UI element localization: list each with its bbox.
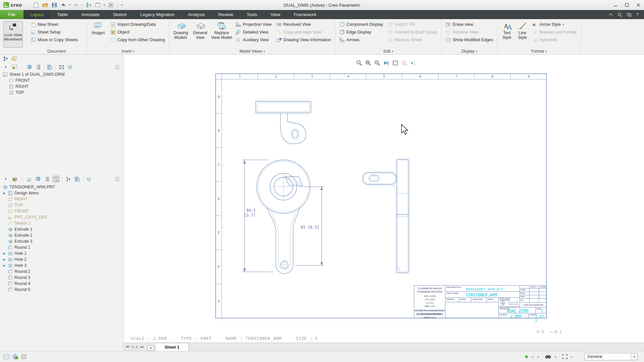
close-window-button[interactable] (107, 2, 114, 8)
model-tree-item-front-plane[interactable]: FRONT (0, 208, 123, 214)
model-tree-item-hole1[interactable]: ▶Hole 1 (0, 250, 123, 256)
model-tree-item-extrude2[interactable]: Extrude 2 (0, 232, 123, 238)
tab-legacy-migration[interactable]: Legacy Migration (133, 10, 181, 19)
tab-view[interactable]: View (264, 10, 287, 19)
images-button[interactable]: Images (90, 20, 107, 48)
redo-menu-caret[interactable] (82, 3, 83, 6)
general-view-button[interactable]: General View (192, 20, 209, 48)
tab-layout[interactable]: Layout (23, 10, 51, 19)
sheet-tree-columns-icon[interactable] (47, 64, 53, 70)
sheet-tree-expand-icon[interactable] (26, 64, 32, 70)
zoom-region-icon[interactable] (355, 59, 363, 67)
model-tree-list-icon[interactable] (44, 176, 50, 182)
new-sheet-button[interactable]: New Sheet (29, 21, 79, 28)
add-sheet-button[interactable] (147, 345, 154, 351)
sheet-tree-item-top[interactable]: TOP (0, 89, 123, 96)
switch-windows-icon[interactable] (627, 13, 632, 17)
tab-file[interactable]: File (0, 10, 23, 19)
sheet-tree-root[interactable]: Sheet 1 of DUAL_DIMS.DRW (0, 71, 123, 77)
model-tree-item-round1[interactable]: Round 1 (0, 244, 123, 250)
component-display-button[interactable]: Component Display (338, 21, 384, 28)
model-tree-item-design-items[interactable]: ▶Design Items (0, 190, 123, 196)
model-tree-tab-icon[interactable] (3, 56, 9, 61)
revolved-view-button[interactable]: Revolved View (275, 21, 332, 28)
last-sheet-button[interactable]: ⏭ (140, 345, 143, 349)
model-tree-item-hole3[interactable]: ▶Hole 3 (0, 262, 123, 268)
model-tree-item-extrude1[interactable]: Extrude 1 (0, 226, 123, 232)
regeneration-status-icon[interactable] (525, 355, 528, 358)
zoom-in-icon[interactable] (364, 59, 372, 67)
auxiliary-view-button[interactable]: Auxiliary View (234, 37, 273, 43)
model-tree-settings-columns-icon[interactable] (74, 176, 80, 182)
line-style-button[interactable]: Line Style (516, 20, 529, 48)
group-label-display[interactable]: Display (441, 49, 497, 54)
selection-filter-caret[interactable] (571, 355, 572, 358)
model-tree-item-round4[interactable]: Round 4 (0, 281, 123, 287)
model-tree-item-extrude3[interactable]: Extrude 3 (0, 238, 123, 244)
redo-button[interactable] (73, 2, 79, 8)
model-tree-item-round3[interactable]: Round 3 (0, 275, 123, 281)
web-browser-toggle-icon[interactable] (3, 354, 9, 359)
sheet-tab-active[interactable]: Sheet 1 (155, 343, 188, 351)
sheet-setup-button[interactable]: Sheet Setup (29, 29, 79, 36)
model-tree-item-csys[interactable]: PRT_CSYS_DEF (0, 214, 123, 220)
save-button[interactable] (51, 2, 58, 8)
arrow-style-caret[interactable] (562, 23, 564, 26)
drawing-canvas[interactable] (123, 55, 644, 343)
text-style-button[interactable]: AA Text Style (500, 20, 514, 48)
undo-menu-caret[interactable] (69, 3, 70, 6)
import-drawing-button[interactable]: Import Drawing/Data (109, 21, 166, 28)
filter-dropdown-caret[interactable] (631, 353, 638, 360)
tab-review[interactable]: Review (212, 10, 240, 19)
expand-arrow-icon[interactable]: ▶ (3, 258, 6, 261)
detailed-view-button[interactable]: Detailed View (234, 29, 273, 36)
projection-view-button[interactable]: Projection View (234, 21, 273, 28)
model-tree-collapse-caret[interactable]: ▼ (3, 176, 9, 182)
repaint-icon[interactable] (409, 59, 418, 67)
next-sheet-button[interactable]: ▶ (136, 345, 139, 349)
model-tree-model-icon[interactable] (11, 176, 17, 182)
model-tree-item-round2[interactable]: Round 2 (0, 268, 123, 275)
group-label-model-views[interactable]: Model Views (169, 49, 335, 54)
sheet-tree-list-icon[interactable] (35, 64, 41, 70)
drawing-view-info-button[interactable]: iDrawing View Information (275, 37, 332, 43)
collapse-ribbon-icon[interactable] (609, 13, 613, 16)
prev-sheet-button[interactable]: ◀ (131, 345, 134, 349)
arrows-button[interactable]: Arrows (338, 37, 384, 43)
model-tree-layers-icon[interactable] (86, 176, 92, 182)
edge-display-button[interactable]: Edge Display (338, 29, 384, 36)
tab-table[interactable]: Table (50, 10, 74, 19)
tab-framework[interactable]: Framework (287, 10, 323, 19)
model-tree-expand-icon[interactable] (35, 176, 41, 182)
saved-views-icon[interactable] (382, 59, 390, 67)
sheet-tree-item-right[interactable]: RIGHT (0, 83, 123, 89)
find-menu-caret[interactable] (555, 355, 556, 358)
model-tree-settings-icon[interactable] (114, 176, 120, 182)
undo-button[interactable] (60, 2, 67, 8)
expand-arrow-icon[interactable]: ▶ (3, 192, 6, 195)
new-file-button[interactable] (33, 2, 40, 8)
model-tree-item-sketch1[interactable]: Sketch 1 (0, 220, 123, 226)
object-button[interactable]: Object (109, 29, 166, 36)
replace-view-model-button[interactable]: Replace View Model (211, 20, 232, 48)
minimize-button[interactable] (610, 0, 621, 10)
arrow-style-button[interactable]: Arrow Style (531, 21, 578, 28)
drawing-models-button[interactable]: Drawing Models (172, 20, 190, 48)
zoom-out-icon[interactable] (373, 59, 381, 67)
sheet-tree-collapse-caret[interactable]: ▼ (3, 64, 9, 70)
windows-button[interactable] (95, 2, 101, 8)
tab-analysis[interactable]: Analysis (181, 10, 212, 19)
model-tree-item-hole2[interactable]: ▶Hole 2 (0, 256, 123, 262)
tab-annotate[interactable]: Annotate (75, 10, 106, 19)
sheet-tree-display-icon[interactable] (11, 64, 17, 70)
sheet-tree-settings-icon[interactable] (114, 64, 120, 70)
move-copy-sheets-button[interactable]: Move or Copy Sheets (29, 37, 79, 43)
expand-arrow-icon[interactable]: ▶ (3, 252, 6, 255)
sheet-tree-fence-icon[interactable] (58, 64, 64, 70)
copy-other-drawing-button[interactable]: Copy from Other Drawing (109, 37, 166, 43)
help-icon[interactable]: ? (636, 12, 639, 17)
expand-arrow-icon[interactable]: ▶ (3, 264, 6, 267)
model-tree-columns-icon[interactable] (52, 176, 60, 182)
folder-browser-tab-icon[interactable] (11, 56, 17, 61)
sheet-tree-item-front[interactable]: FRONT (0, 77, 123, 83)
